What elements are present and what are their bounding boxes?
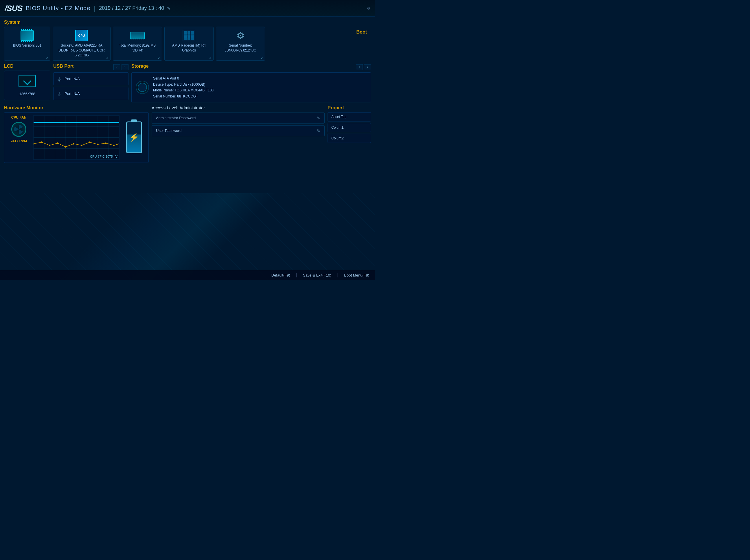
battery-icon: ⚡ xyxy=(126,121,142,153)
access-level-text: Level: Administrator xyxy=(167,105,205,110)
svg-point-15 xyxy=(73,143,74,144)
usb-prev-button[interactable]: ‹ xyxy=(114,64,120,70)
usb-next-button[interactable]: › xyxy=(121,64,129,70)
boot-menu-button[interactable]: Boot Menu(F8) xyxy=(344,273,369,277)
gpu-info-text: AMD Radeon(TM) R4Graphics xyxy=(172,43,206,53)
bios-card-arrow: ↙ xyxy=(46,56,48,59)
hdd-icon xyxy=(136,81,149,94)
usb-port-2[interactable]: ⏚ Port: N/A xyxy=(53,87,129,100)
asset-tag-item[interactable]: Asset Tag: xyxy=(328,112,371,121)
svg-point-17 xyxy=(89,141,91,143)
gpu-card-arrow: ↙ xyxy=(209,56,212,59)
property-section: Propert Asset Tag: Colum1: Colum2: xyxy=(328,105,371,163)
header-datetime: 2019 / 12 / 27 Friday 13 : 40 xyxy=(99,5,164,11)
usb-port-1[interactable]: ⏚ Port: N/A xyxy=(53,72,129,85)
cpu-info-text: Socket0: AMD A6-9225 RADEON R4, 5 COMPUT… xyxy=(58,43,105,58)
separator-1: | xyxy=(296,273,297,278)
chart-label: CPU 87°C 1075mV xyxy=(90,155,117,158)
column2-item[interactable]: Colum2: xyxy=(328,134,371,143)
cpu-icon: CPU xyxy=(74,30,89,41)
access-text: Access xyxy=(152,105,165,110)
svg-point-16 xyxy=(81,145,82,146)
usb-port-1-text: Port: N/A xyxy=(64,77,80,81)
cpu-chart: CPU 87°C 1075mV xyxy=(33,115,119,160)
svg-point-20 xyxy=(113,145,115,146)
property-label: Propert xyxy=(328,105,371,111)
storage-prev-button[interactable]: ‹ xyxy=(356,64,363,70)
save-exit-button[interactable]: Save & Exit(F10) xyxy=(303,273,331,277)
lcd-label: LCD xyxy=(4,64,50,69)
usb-icon-1: ⏚ xyxy=(58,76,61,82)
cpu-fan-panel: CPU FAN 2417 RPM xyxy=(7,115,31,160)
lcd-card[interactable]: 1366*768 xyxy=(4,71,50,100)
usb-section: USB Port ‹ › ⏚ Port: N/A ⏚ Port: N/A xyxy=(53,64,129,102)
gpu-visual xyxy=(182,30,195,41)
svg-point-14 xyxy=(65,146,66,147)
column1-text: Colum1: xyxy=(331,125,344,129)
storage-device-type: Device Type: Hard Disk (1000GB) xyxy=(153,82,214,87)
header-title: BIOS Utility - EZ Mode xyxy=(26,5,90,12)
svg-point-19 xyxy=(105,142,106,144)
chip-visual xyxy=(21,31,34,41)
memory-visual xyxy=(130,32,145,39)
serial-card[interactable]: ⚙ Serial Number:JBN0GR09J21248C ↙ xyxy=(216,27,265,61)
svg-point-21 xyxy=(119,143,119,144)
memory-card-arrow: ↙ xyxy=(158,56,160,59)
bottom-bar: Default(F9) | Save & Exit(F10) | Boot Me… xyxy=(0,270,375,280)
serial-info-text: Serial Number:JBN0GR09J21248C xyxy=(225,43,256,53)
asus-logo: /SUS xyxy=(5,4,22,13)
lcd-resolution: 1366*768 xyxy=(19,92,35,96)
boot-label: Boot xyxy=(352,27,371,38)
fan-rpm-text: 2417 RPM xyxy=(11,139,27,143)
header-bar: /SUS BIOS Utility - EZ Mode | 2019 / 12 … xyxy=(0,0,375,17)
storage-model: Model Name: TOSHIBA MQ04AB F100 xyxy=(153,87,214,93)
storage-label: Storage xyxy=(131,64,149,69)
svg-point-10 xyxy=(34,143,34,144)
storage-card[interactable]: Serial ATA Port 0 Device Type: Hard Disk… xyxy=(131,72,371,102)
system-label: System xyxy=(4,20,371,25)
memory-card[interactable]: Total Memory: 8192 MB(DDR4) ↙ xyxy=(113,27,162,61)
storage-next-button[interactable]: › xyxy=(364,64,371,70)
bios-version-card[interactable]: BIOS Version: 301 ↙ xyxy=(4,27,50,61)
storage-header: Storage ‹ › xyxy=(131,64,371,71)
admin-password-field[interactable]: Administrator Password ✎ xyxy=(152,113,325,123)
column1-item[interactable]: Colum1: xyxy=(328,123,371,132)
edit-icon[interactable]: ✎ xyxy=(167,6,171,11)
storage-section: Storage ‹ › Serial ATA Port 0 Device Typ… xyxy=(131,64,371,102)
main-content: System BIOS Version: 301 ↙ CPU Socket0: … xyxy=(0,17,375,166)
column2-text: Colum2: xyxy=(331,136,344,140)
asset-tag-text: Asset Tag: xyxy=(331,115,348,119)
user-password-field[interactable]: User Password ✎ xyxy=(152,125,325,136)
svg-point-18 xyxy=(97,143,99,145)
cpu-visual: CPU xyxy=(75,30,88,41)
battery-panel: ⚡ xyxy=(122,115,145,160)
storage-port-text: Serial ATA Port 0 xyxy=(153,76,214,81)
fan-blade-icon xyxy=(14,125,23,134)
boot-area: Boot xyxy=(268,27,371,61)
user-password-edit-icon[interactable]: ✎ xyxy=(317,128,320,133)
hw-monitor-label: Hardware Monitor xyxy=(4,105,149,111)
bios-chip-icon xyxy=(20,30,35,41)
system-section: System BIOS Version: 301 ↙ CPU Socket0: … xyxy=(4,20,371,61)
usb-port-2-text: Port: N/A xyxy=(64,92,80,96)
bottom-row: Hardware Monitor CPU FAN 2417 RPM xyxy=(4,105,371,163)
admin-password-label: Administrator Password xyxy=(156,116,196,120)
gpu-card[interactable]: AMD Radeon(TM) R4Graphics ↙ xyxy=(164,27,214,61)
cpu-card[interactable]: CPU Socket0: AMD A6-9225 RADEON R4, 5 CO… xyxy=(53,27,111,61)
bios-version-text: BIOS Version: 301 xyxy=(13,43,42,48)
separator-2: | xyxy=(337,273,338,278)
admin-password-edit-icon[interactable]: ✎ xyxy=(317,116,320,120)
default-button[interactable]: Default(F9) xyxy=(271,273,290,277)
svg-point-11 xyxy=(41,141,42,143)
memory-icon xyxy=(130,30,145,41)
gear-visual: ⚙ xyxy=(236,30,245,41)
storage-serial: Serial Number: 88TKCCOGT xyxy=(153,94,214,99)
access-label: Access Level: Administrator xyxy=(152,105,325,110)
user-password-label: User Password xyxy=(156,128,181,133)
storage-info: Serial ATA Port 0 Device Type: Hard Disk… xyxy=(153,76,214,99)
usb-header: USB Port ‹ › xyxy=(53,64,129,71)
svg-point-12 xyxy=(49,145,50,146)
access-section: Access Level: Administrator Administrato… xyxy=(152,105,325,163)
hw-monitor-panel: CPU FAN 2417 RPM xyxy=(4,112,149,163)
cpu-fan-label: CPU FAN xyxy=(11,115,27,119)
